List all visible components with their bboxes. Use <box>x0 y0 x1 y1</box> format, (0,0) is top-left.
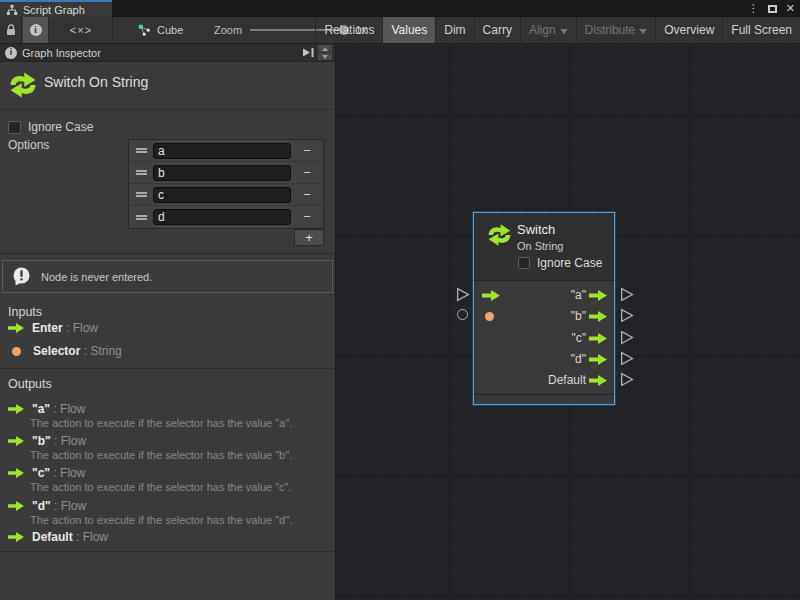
option-input[interactable] <box>153 165 291 181</box>
drag-handle-icon[interactable] <box>129 192 153 197</box>
align-dropdown[interactable]: Align <box>520 17 576 43</box>
external-flow-port[interactable] <box>620 351 634 370</box>
external-flow-port[interactable] <box>620 330 634 349</box>
graph-canvas[interactable]: Switch On String Ignore Case "a" "b" "c" <box>336 44 800 600</box>
drag-handle-icon[interactable] <box>129 215 153 220</box>
remove-option-button[interactable]: − <box>291 162 323 184</box>
flow-out-port-icon[interactable] <box>589 311 607 322</box>
node-output-label: "d" <box>571 352 586 366</box>
option-row: − <box>129 140 323 162</box>
external-value-port[interactable] <box>457 309 468 320</box>
lock-icon <box>6 24 16 36</box>
triangle-port-icon <box>620 330 634 345</box>
option-row: − <box>129 206 323 228</box>
info-toggle-button[interactable]: i <box>23 17 49 43</box>
flow-arrow-icon <box>8 468 24 478</box>
flow-out-port-icon[interactable] <box>589 375 607 386</box>
remove-option-button[interactable]: − <box>291 140 323 162</box>
node-output-label: Default <box>548 373 586 387</box>
selector-port-icon[interactable] <box>485 312 494 321</box>
switch-node-icon <box>8 70 38 100</box>
info-icon: i <box>5 47 17 59</box>
node-ignore-case-checkbox[interactable] <box>518 257 530 269</box>
ignore-case-row: Ignore Case <box>8 120 93 134</box>
script-graph-window: Script Graph ⋮ ✕ i <×> <box>0 0 800 600</box>
scroll-down-button[interactable] <box>318 53 332 60</box>
ignore-case-checkbox[interactable] <box>8 121 21 134</box>
switch-node-icon <box>486 222 513 248</box>
node-port-row: "c" <box>474 328 614 349</box>
flow-out-port-icon[interactable] <box>589 354 607 365</box>
flow-out-port-icon[interactable] <box>589 290 607 301</box>
node-port-row: "a" <box>474 285 614 306</box>
graph-inspector-panel: i Graph Inspector Switch On String <box>0 44 336 600</box>
output-port-a: "a" : Flow <box>8 402 85 416</box>
flow-out-port-icon[interactable] <box>589 333 607 344</box>
lock-button[interactable] <box>0 17 22 43</box>
output-port-desc: The action to execute if the selector ha… <box>30 514 292 526</box>
drag-handle-icon[interactable] <box>129 148 153 153</box>
external-flow-port[interactable] <box>620 372 634 391</box>
flow-arrow-icon <box>8 436 24 446</box>
external-flow-port[interactable] <box>620 308 634 327</box>
external-flow-port[interactable] <box>620 287 634 306</box>
output-port-b: "b" : Flow <box>8 434 86 448</box>
carry-button[interactable]: Carry <box>474 17 520 43</box>
add-option-button[interactable]: + <box>294 229 324 246</box>
caret-down-icon <box>322 55 328 59</box>
input-port-enter: Enter : Flow <box>8 321 98 335</box>
scroll-up-button[interactable] <box>318 45 332 52</box>
close-icon[interactable]: ✕ <box>786 3 795 14</box>
dim-button[interactable]: Dim <box>435 17 473 43</box>
tab-title: Script Graph <box>23 4 85 16</box>
flow-arrow-icon <box>8 404 24 414</box>
outputs-heading: Outputs <box>8 377 52 391</box>
flow-in-port-icon[interactable] <box>482 290 500 301</box>
input-port-selector: Selector : String <box>8 344 122 358</box>
flow-arrow-icon <box>8 323 24 333</box>
flow-arrow-icon <box>8 532 24 542</box>
values-button[interactable]: Values <box>382 17 435 43</box>
external-flow-port[interactable] <box>456 287 470 306</box>
switch-on-string-node[interactable]: Switch On String Ignore Case "a" "b" "c" <box>473 212 615 405</box>
remove-option-button[interactable]: − <box>291 206 323 228</box>
node-port-row: "b" <box>474 306 614 327</box>
relations-button[interactable]: Relations <box>315 17 382 43</box>
graph-hierarchy-icon <box>6 4 18 16</box>
info-icon: i <box>30 24 42 36</box>
fullscreen-button[interactable]: Full Screen <box>722 17 800 43</box>
node-port-row: "d" <box>474 349 614 370</box>
tab-bar: Script Graph ⋮ ✕ <box>0 0 800 17</box>
node-output-label: "b" <box>571 309 586 323</box>
option-input[interactable] <box>153 209 291 225</box>
maximize-icon[interactable] <box>768 5 777 13</box>
breadcrumb-label: Cube <box>157 24 183 36</box>
options-list: − − − − <box>128 139 324 229</box>
code-preview-button[interactable]: <×> <box>50 17 113 43</box>
overview-button[interactable]: Overview <box>655 17 722 43</box>
output-port-desc: The action to execute if the selector ha… <box>30 449 292 461</box>
output-port-desc: The action to execute if the selector ha… <box>30 481 292 493</box>
inspector-header-title: Graph Inspector <box>22 47 101 59</box>
option-input[interactable] <box>153 187 291 203</box>
node-ignore-case-label: Ignore Case <box>537 256 602 270</box>
remove-option-button[interactable]: − <box>291 184 323 206</box>
output-port-c: "c" : Flow <box>8 466 85 480</box>
circle-port-icon <box>457 309 468 320</box>
warning-bubble-icon <box>11 266 32 287</box>
node-output-label: "a" <box>571 288 586 302</box>
triangle-port-icon <box>620 372 634 387</box>
output-port-default: Default : Flow <box>8 530 108 544</box>
ignore-case-label: Ignore Case <box>28 120 93 134</box>
node-header[interactable]: Switch On String Ignore Case <box>474 213 614 281</box>
node-footer <box>474 394 614 404</box>
distribute-dropdown[interactable]: Distribute <box>576 17 656 43</box>
dock-panel-icon[interactable] <box>302 47 315 58</box>
window-menu-icon[interactable]: ⋮ <box>748 3 759 14</box>
string-port-icon <box>12 347 21 356</box>
option-input[interactable] <box>153 143 291 159</box>
drag-handle-icon[interactable] <box>129 170 153 175</box>
breadcrumb[interactable]: Cube <box>138 17 183 43</box>
caret-up-icon <box>322 47 328 51</box>
tab-script-graph[interactable]: Script Graph <box>0 0 112 17</box>
